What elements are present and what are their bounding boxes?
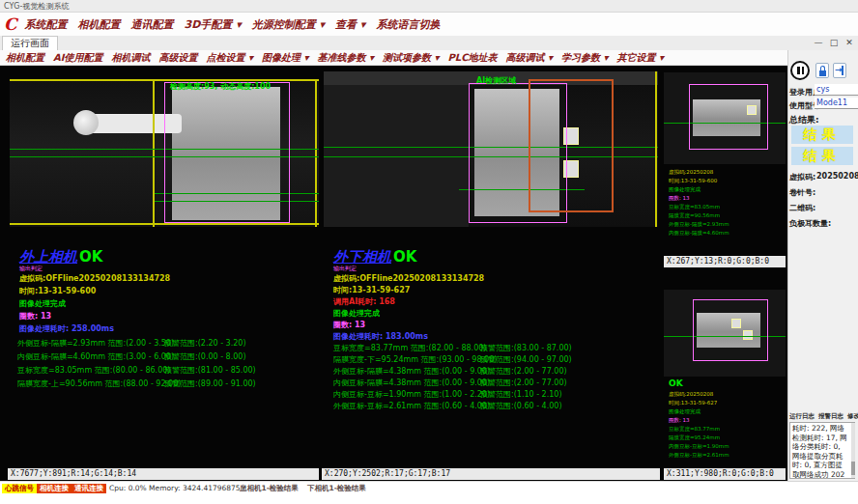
- top-camera-result-link[interactable]: 上相机1-检验结果: [240, 484, 299, 493]
- small-top-line: 虚拟码:20250208: [669, 168, 729, 177]
- mid-coord-bar: X:270;Y:2502;R:17;G:17;B:17: [322, 468, 660, 480]
- menu-bar: C 系统配置 相机配置 通讯配置 3D手配置 ▾ 光源控制配置 ▾ 查看 ▾ 系…: [0, 13, 858, 37]
- menu-view[interactable]: 查看 ▾: [335, 17, 365, 32]
- menu-system-config[interactable]: 系统配置: [25, 17, 68, 32]
- bottom-camera-result-link[interactable]: 下相机1-检验结果: [307, 484, 366, 493]
- log-text-area[interactable]: 耗时: 222, 网络检测耗时: 17, 网络分类耗时: 0, 网络提取分页耗时…: [789, 422, 855, 479]
- left-measure-row: 内侧豆标-隔膜=4.60mm 范围:(3.00 - 6.00): [17, 351, 174, 362]
- pause-icon: [797, 67, 800, 74]
- small-top-line: 豆标宽度=83.05mm: [669, 203, 729, 211]
- left-vertical-guide-2: [315, 79, 317, 227]
- left-subtitle: 输出判定: [19, 265, 43, 273]
- tool-advanced-settings[interactable]: 高级设置: [158, 51, 197, 65]
- tool-learning-params[interactable]: 学习参数 ▾: [561, 51, 609, 65]
- mid-virtual-code: 虚拟码:OFFline20250208133134728: [333, 273, 484, 284]
- tool-camera-debug[interactable]: 相机调试: [111, 51, 150, 65]
- log-scrollbar[interactable]: [851, 423, 855, 478]
- small-top-text-block: 虚拟码:20250208 时间:13-31-59-600 图像处理完成 圈数: …: [669, 168, 729, 238]
- tool-other-settings[interactable]: 其它设置 ▾: [617, 51, 665, 65]
- small-top-camera-image[interactable]: [664, 72, 786, 164]
- lock-icon: [819, 70, 826, 76]
- tab-strip: 运行画面 — □ ✕: [0, 36, 858, 51]
- menu-light-control-config[interactable]: 光源控制配置 ▾: [252, 17, 325, 32]
- menu-camera-config[interactable]: 相机配置: [78, 17, 121, 32]
- log-tab-modify[interactable]: 修改记录: [847, 412, 858, 421]
- login-user-input[interactable]: [815, 84, 858, 96]
- small-top-line: 时间:13-31-59-600: [669, 177, 729, 185]
- mid-measure-warn: 预警范围:(83.00 - 87.00): [480, 343, 572, 353]
- mid-measure-warn: 预警范围:(94.00 - 97.00): [480, 354, 572, 365]
- left-measure-row: 隔膜宽度-上=90.56mm 范围:(88.00 - 92.00): [17, 378, 181, 389]
- log-scrollbar-thumb[interactable]: [851, 462, 855, 475]
- small-top-line: 内侧豆标-隔膜=4.60mm: [669, 229, 729, 238]
- left-camera-image[interactable]: 检测高度:93, 动态高度:100: [10, 79, 319, 227]
- mid-vertical-guide: [655, 71, 657, 227]
- left-process-done: 图像处理完成: [19, 298, 66, 309]
- mid-measure-row: 内侧豆标-豆标=1.90mm 范围:(1.00 - 2.20): [333, 389, 490, 400]
- tab-run-screen[interactable]: 运行画面: [2, 36, 58, 50]
- mid-measure-row: 豆标宽度=83.77mm 范围:(82.00 - 88.00): [333, 343, 486, 353]
- result-display-2: 结果: [791, 147, 853, 165]
- log-tab-alarm[interactable]: 报警日志: [818, 412, 844, 421]
- small-top-coord-bar: X:267;Y:13;R:0;G:0;B:0: [664, 256, 786, 267]
- left-measure-warn: 预警范围:(0.00 - 8.00): [164, 351, 246, 362]
- left-process-elapsed: 图像处理耗时: 258.00ms: [19, 323, 114, 334]
- left-measure-warn: 预警范围:(2.20 - 3.20): [164, 338, 246, 349]
- mid-measure-warn: 预警范围:(0.60 - 4.00): [480, 401, 562, 411]
- left-measure-row: 外侧豆标-隔膜=2.93mm 范围:(2.00 - 3.50): [17, 338, 174, 349]
- mid-measure-warn: 预警范围:(2.00 - 77.00): [480, 366, 567, 377]
- small-bottom-camera-image[interactable]: [664, 290, 786, 377]
- small-bottom-line: 虚拟码:20250208: [669, 390, 729, 399]
- virtual-code-value: 20250208: [816, 172, 858, 181]
- tool-camera-config[interactable]: 相机配置: [6, 51, 44, 65]
- lock-button[interactable]: [815, 63, 829, 78]
- mid-measure-row: 外侧豆标-豆标=2.61mm 范围:(0.60 - 4.00): [333, 401, 490, 411]
- tool-test-item-params[interactable]: 测试项参数 ▾: [383, 51, 440, 65]
- small-bottom-line: 圈数: 13: [669, 416, 729, 425]
- tool-baseline-params[interactable]: 基准线参数 ▾: [318, 51, 375, 65]
- close-icon[interactable]: ✕: [843, 37, 856, 49]
- tool-advanced-debug[interactable]: 高级调试 ▾: [506, 51, 554, 65]
- heartbeat-status-badge: 心跳信号: [2, 484, 37, 493]
- minimize-icon[interactable]: —: [812, 37, 825, 49]
- small-bottom-ok-status: OK: [669, 378, 683, 388]
- model-input[interactable]: [815, 98, 858, 109]
- menu-language-switch[interactable]: 系统语言切换: [376, 17, 440, 32]
- small-top-roi-rect: [689, 84, 768, 150]
- log-tab-strip: 运行日志 报警日志 修改记录: [789, 412, 858, 421]
- tool-bar: 相机配置 AI使用配置 相机调试 高级设置 点检设置 ▾ 图像处理 ▾ 基准线参…: [0, 50, 858, 66]
- exit-button[interactable]: →: [833, 63, 846, 78]
- mid-measure-row: 隔膜宽度-下=95.24mm 范围:(93.00 - 98.00): [333, 354, 497, 365]
- left-vertical-guide-1: [153, 79, 155, 227]
- small-bottom-text-block: 虚拟码:20250208 时间:13-31-59-627 图像处理完成 圈数: …: [669, 390, 729, 460]
- small-top-line: 外侧豆标-隔膜=2.93mm: [669, 220, 729, 229]
- mid-measure-row: 外侧豆标-隔膜=4.38mm 范围:(0.00 - 9.00): [333, 366, 490, 377]
- left-loop-count: 圈数: 13: [19, 311, 51, 322]
- log-tab-run[interactable]: 运行日志: [789, 412, 815, 421]
- small-bottom-roi-rect: [693, 299, 768, 361]
- menu-3d-hand-config[interactable]: 3D手配置 ▾: [185, 17, 242, 32]
- tool-image-processing[interactable]: 图像处理 ▾: [262, 51, 309, 65]
- pause-button[interactable]: [790, 61, 810, 80]
- mid-subtitle: 输出判定: [333, 265, 357, 273]
- comm-connection-badge: 通讯连接: [72, 484, 106, 493]
- mid-measure-row: 内侧豆标-隔膜=4.38mm 范围:(0.00 - 9.00): [333, 378, 490, 388]
- left-coord-bar: X:7677;Y:891;R:14;G:14;B:14: [8, 468, 319, 480]
- tool-plc-address-table[interactable]: PLC地址表: [448, 51, 498, 65]
- mid-camera-image[interactable]: AI检测区域: [324, 71, 658, 227]
- mid-overlay-label: AI检测区域: [476, 75, 516, 86]
- left-overlay-label: 检测高度:93, 动态高度:100: [170, 81, 271, 92]
- status-bar: 心跳信号 相机连接 通讯连接 Cpu: 0.0% Memory: 3424.41…: [0, 481, 858, 504]
- left-ok-status: OK: [79, 248, 102, 266]
- small-top-line: 隔膜宽度=90.56mm: [669, 211, 729, 220]
- tool-ai-use-config[interactable]: AI使用配置: [53, 51, 102, 65]
- mid-camera-name: 外下相机: [333, 248, 391, 266]
- tab-count-label: 负极耳数量:: [789, 218, 831, 229]
- menu-comm-config[interactable]: 通讯配置: [131, 17, 174, 32]
- tool-spot-check[interactable]: 点检设置 ▾: [206, 51, 253, 65]
- left-measure-warn: 预警范围:(81.00 - 85.00): [164, 365, 256, 376]
- small-top-line: 圈数: 13: [669, 194, 729, 203]
- app-logo-icon: C: [4, 14, 17, 34]
- maximize-icon[interactable]: □: [827, 37, 841, 49]
- left-measure-warn: 预警范围:(89.00 - 91.00): [164, 378, 256, 389]
